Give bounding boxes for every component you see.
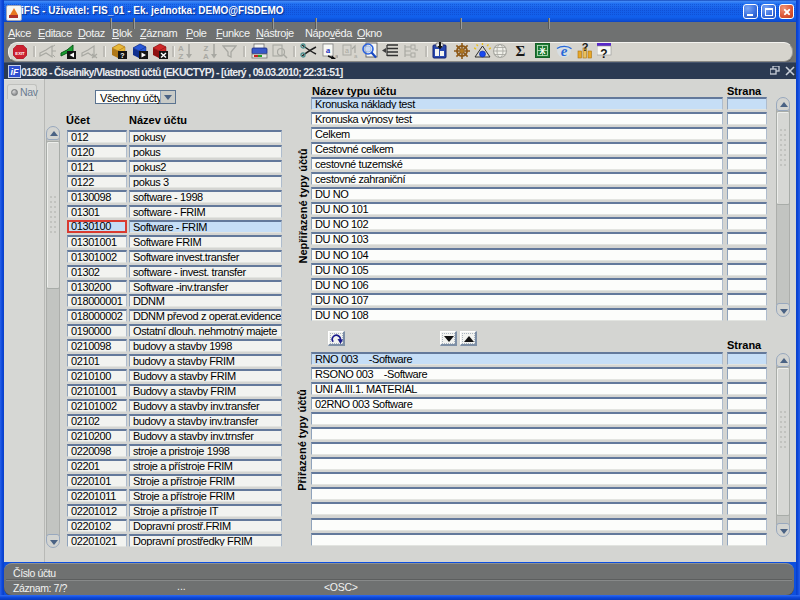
svg-text:a: a xyxy=(345,47,349,54)
svg-text:?: ? xyxy=(582,42,589,53)
svg-text:?: ? xyxy=(120,52,124,59)
svg-text:?: ? xyxy=(600,47,607,59)
svg-text:EXIT: EXIT xyxy=(15,51,25,56)
svg-text:a: a xyxy=(326,45,331,55)
svg-text:a: a xyxy=(335,53,338,59)
svg-text:e: e xyxy=(561,43,568,59)
svg-text:A: A xyxy=(203,52,209,60)
svg-text:a: a xyxy=(354,53,358,59)
svg-text:Σ: Σ xyxy=(516,43,526,59)
svg-text:Z: Z xyxy=(179,52,184,60)
svg-text:X: X xyxy=(539,46,545,56)
